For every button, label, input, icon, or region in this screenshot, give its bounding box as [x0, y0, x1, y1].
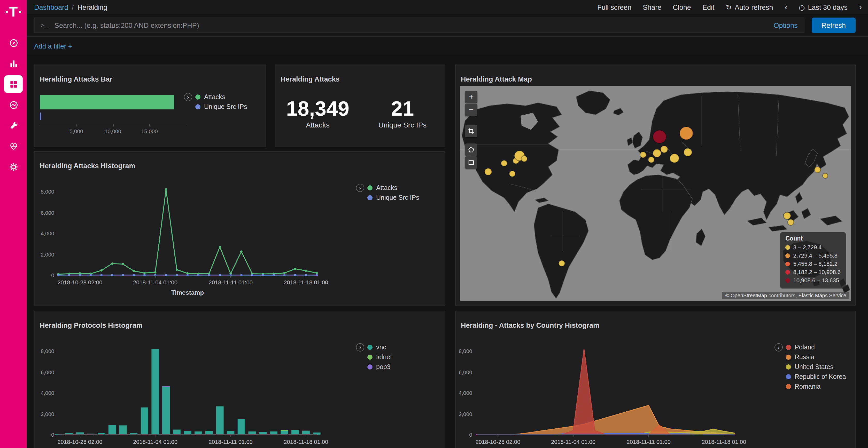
map-legend-item[interactable]: 2,729.4 – 5,455.8	[785, 251, 841, 260]
fullscreen-button[interactable]: Full screen	[597, 3, 631, 11]
legend-item[interactable]: Russia	[786, 352, 846, 362]
legend-dot	[367, 195, 373, 200]
draw-polygon-button[interactable]	[465, 143, 477, 156]
attack-location-dot[interactable]	[509, 171, 516, 177]
main-area: Dashboard/Heralding Full screen Share Cl…	[27, 0, 868, 448]
attack-location-dot[interactable]	[788, 219, 794, 225]
legend-dot	[786, 345, 791, 350]
attack-location-dot[interactable]	[501, 160, 507, 166]
plus-icon: +	[68, 42, 72, 50]
breadcrumb-current: Heralding	[78, 3, 107, 11]
sidebar-nav	[4, 34, 23, 175]
legend-toggle[interactable]: ›	[774, 343, 783, 351]
x-axis-title: Timestamp	[58, 289, 317, 296]
time-picker-button[interactable]: ◷Last 30 days	[799, 3, 847, 11]
legend-item[interactable]: Attacks	[195, 92, 247, 102]
legend-dot	[367, 345, 373, 350]
bar-unique-src-ips[interactable]	[40, 112, 41, 120]
panel-title: Heralding - Attacks by Country Histogram	[461, 321, 599, 329]
map-attribution[interactable]: © OpenStreetMap contributors, Elastic Ma…	[722, 291, 849, 299]
legend-item[interactable]: vnc	[367, 342, 392, 352]
attack-location-dot[interactable]	[521, 156, 527, 162]
map-legend-dot	[785, 245, 790, 249]
x-axis-label: 2018-11-04 01:00	[119, 439, 191, 445]
attack-location-dot[interactable]	[559, 261, 565, 266]
legend-label: Russia	[795, 353, 814, 360]
zoom-in-button[interactable]: +	[465, 91, 477, 103]
kibana-dashboard-app: T Dashboard/Heralding Full screen Share …	[0, 0, 868, 448]
sidebar-item-monitoring[interactable]	[4, 137, 23, 155]
legend-item[interactable]: Unique Src IPs	[367, 193, 419, 202]
map-legend-label: 3 – 2,729.4	[793, 243, 822, 251]
y-axis-label: 4,000	[456, 390, 472, 396]
attack-location-dot[interactable]	[648, 157, 654, 163]
legend-label: Romania	[795, 383, 820, 390]
query-options-link[interactable]: Options	[773, 22, 798, 29]
map-legend-item[interactable]: 8,182.2 – 10,908.6	[785, 268, 841, 276]
legend-dot	[367, 354, 373, 359]
legend-item[interactable]: United States	[786, 362, 846, 372]
clone-button[interactable]: Clone	[673, 3, 691, 11]
bar-attacks[interactable]	[40, 95, 174, 109]
telekom-logo[interactable]: T	[6, 4, 22, 20]
sidebar-item-dashboard[interactable]	[4, 75, 23, 93]
zoom-out-button[interactable]: −	[465, 104, 477, 116]
attack-location-dot[interactable]	[823, 173, 828, 178]
attack-location-dot[interactable]	[783, 212, 791, 219]
attack-location-dot[interactable]	[684, 148, 692, 156]
attack-location-dot[interactable]	[640, 152, 646, 158]
legend-label: Attacks	[204, 93, 225, 100]
metric-label: Attacks	[275, 121, 360, 129]
auto-refresh-button[interactable]: ↻Auto-refresh	[726, 3, 773, 11]
legend-item[interactable]: Poland	[786, 342, 846, 352]
legend-toggle[interactable]: ›	[184, 93, 192, 101]
panel-country-histogram: Heralding - Attacks by Country Histogram…	[455, 311, 856, 448]
sidebar-item-visualize[interactable]	[4, 55, 23, 72]
country-histogram-plot	[476, 347, 741, 439]
edit-button[interactable]: Edit	[703, 3, 715, 11]
legend-toggle[interactable]: ›	[356, 184, 364, 192]
x-axis-tick	[76, 124, 77, 127]
legend-dot	[786, 354, 791, 359]
search-input[interactable]	[54, 21, 768, 30]
y-axis-label: 0	[456, 432, 472, 438]
map-legend-item[interactable]: 10,908.6 – 13,635	[785, 276, 841, 284]
attacks-histogram-plot	[58, 187, 323, 279]
refresh-button[interactable]: Refresh	[811, 18, 856, 33]
map-legend-item[interactable]: 3 – 2,729.4	[785, 243, 841, 251]
legend-toggle[interactable]: ›	[356, 343, 364, 351]
metric-row: 18,349 Attacks 21 Unique Src IPs	[275, 79, 445, 146]
protocols-histogram-plot	[58, 347, 323, 439]
add-filter-link[interactable]: Add a filter +	[34, 42, 72, 50]
sidebar-item-devtools[interactable]	[4, 117, 23, 134]
time-forward-button[interactable]: ›	[859, 3, 862, 11]
legend-label: vnc	[376, 343, 386, 351]
legend-label: Attacks	[376, 184, 397, 191]
sidebar-item-management[interactable]	[4, 158, 23, 175]
sidebar-item-timelion[interactable]	[4, 96, 23, 113]
legend-item[interactable]: Romania	[786, 381, 846, 391]
attack-location-dot[interactable]	[653, 149, 661, 157]
attack-location-dot[interactable]	[660, 146, 668, 153]
attack-location-dot[interactable]	[485, 168, 492, 175]
crop-button[interactable]	[465, 125, 477, 137]
map-legend-item[interactable]: 5,455.8 – 8,182.2	[785, 260, 841, 268]
attack-location-dot[interactable]	[814, 167, 821, 173]
sidebar-item-discover[interactable]	[4, 34, 23, 51]
legend-item[interactable]: Unique Src IPs	[195, 102, 247, 111]
world-map[interactable]: +− Count 3 – 2,729.42,729.4 – 5,455.85,4…	[460, 86, 851, 301]
map-legend-label: 2,729.4 – 5,455.8	[793, 251, 838, 260]
legend-item[interactable]: Attacks	[367, 183, 419, 193]
legend-item[interactable]: pop3	[367, 362, 392, 372]
attack-location-dot[interactable]	[680, 127, 693, 140]
share-button[interactable]: Share	[643, 3, 661, 11]
legend-item[interactable]: telnet	[367, 352, 392, 362]
attack-location-dot[interactable]	[653, 130, 666, 143]
x-axis-tick	[113, 124, 114, 127]
legend-item[interactable]: Republic of Korea	[786, 372, 846, 381]
time-back-button[interactable]: ‹	[784, 3, 787, 11]
breadcrumb-dashboard-link[interactable]: Dashboard	[34, 3, 68, 11]
draw-rectangle-button[interactable]	[465, 157, 477, 169]
x-axis-label: 2018-11-11 01:00	[194, 439, 267, 445]
attack-location-dot[interactable]	[670, 154, 679, 163]
